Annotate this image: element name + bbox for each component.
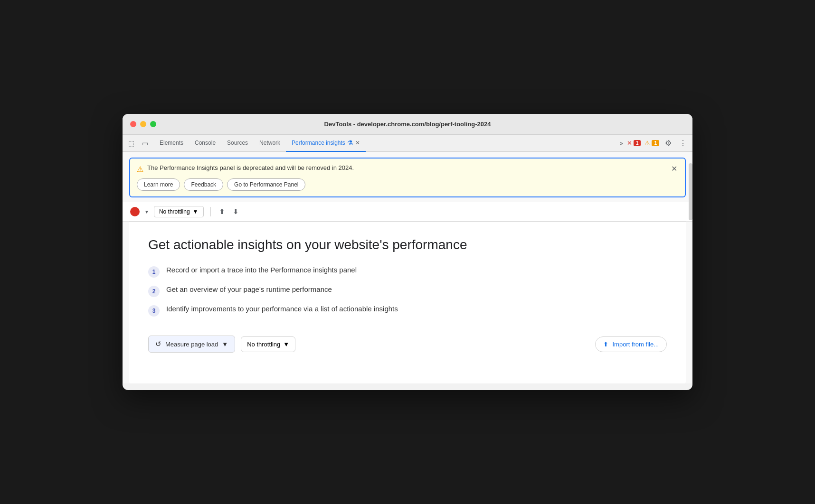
devtools-panel: ⬚ ▭ Elements Console Sources Network Per… xyxy=(123,135,692,383)
device-icon[interactable]: ▭ xyxy=(140,138,150,149)
tab-performance-insights[interactable]: Performance insights ⚗ ✕ xyxy=(286,135,366,152)
step-number-3: 3 xyxy=(148,305,160,317)
close-tab-icon[interactable]: ✕ xyxy=(355,140,360,146)
inspect-icon[interactable]: ⬚ xyxy=(126,138,136,149)
measure-page-load-button[interactable]: ↺ Measure page load ▼ xyxy=(148,336,235,353)
upload-icon: ⬆ xyxy=(603,341,608,348)
throttle-bottom-arrow-icon: ▼ xyxy=(283,341,289,348)
settings-icon[interactable]: ⚙ xyxy=(663,137,673,149)
tab-elements[interactable]: Elements xyxy=(154,135,189,152)
warning-count: 1 xyxy=(652,140,659,146)
main-content: Get actionable insights on your website'… xyxy=(129,222,686,383)
title-bar: DevTools - developer.chrome.com/blog/per… xyxy=(123,114,692,135)
export-icon[interactable]: ⬆ xyxy=(218,206,227,217)
warning-badge-group: ⚠ 1 xyxy=(644,140,659,147)
maximize-window-button[interactable] xyxy=(150,121,156,127)
refresh-icon: ↺ xyxy=(155,340,161,348)
window-title: DevTools - developer.chrome.com/blog/per… xyxy=(324,121,491,128)
deprecation-message: ⚠ The Performance Insights panel is depr… xyxy=(137,164,678,174)
measure-dropdown-arrow[interactable]: ▼ xyxy=(222,341,228,348)
list-item: 3 Identify improvements to your performa… xyxy=(148,305,667,317)
error-badge-group: ✕ 1 xyxy=(627,140,641,147)
tab-sources[interactable]: Sources xyxy=(221,135,254,152)
tab-bar: ⬚ ▭ Elements Console Sources Network Per… xyxy=(123,135,692,152)
warning-icon: ⚠ xyxy=(644,140,650,147)
tab-network[interactable]: Network xyxy=(254,135,286,152)
window-buttons xyxy=(130,121,156,127)
flask-icon: ⚗ xyxy=(347,139,353,147)
deprecation-banner-inner: ⚠ The Performance Insights panel is depr… xyxy=(137,164,678,191)
step-text-3: Identify improvements to your performanc… xyxy=(166,305,398,313)
error-count: 1 xyxy=(634,140,641,146)
learn-more-button[interactable]: Learn more xyxy=(137,178,180,191)
step-text-1: Record or import a trace into the Perfor… xyxy=(166,266,357,274)
insights-heading: Get actionable insights on your website'… xyxy=(148,237,667,252)
warning-triangle-icon: ⚠ xyxy=(137,165,143,174)
steps-list: 1 Record or import a trace into the Perf… xyxy=(148,266,667,317)
throttle-arrow-icon: ▼ xyxy=(193,208,199,215)
record-button[interactable] xyxy=(130,207,140,216)
performance-toolbar: ▼ No throttling ▼ ⬆ ⬇ xyxy=(123,202,692,222)
error-icon: ✕ xyxy=(627,140,632,147)
step-number-2: 2 xyxy=(148,286,160,297)
import-icon[interactable]: ⬇ xyxy=(231,206,240,217)
deprecation-text: The Performance Insights panel is deprec… xyxy=(147,164,354,171)
step-text-2: Get an overview of your page's runtime p… xyxy=(166,285,332,293)
tab-console[interactable]: Console xyxy=(189,135,221,152)
toolbar-separator xyxy=(210,207,211,216)
list-item: 2 Get an overview of your page's runtime… xyxy=(148,285,667,297)
deprecation-buttons: Learn more Feedback Go to Performance Pa… xyxy=(137,178,678,191)
throttle-select-bottom[interactable]: No throttling ▼ xyxy=(241,336,295,352)
minimize-window-button[interactable] xyxy=(140,121,146,127)
tab-right-actions: » ✕ 1 ⚠ 1 ⚙ ⋮ xyxy=(620,137,689,149)
step-number-1: 1 xyxy=(148,266,160,278)
devtools-icons: ⬚ ▭ xyxy=(126,138,150,149)
more-options-icon[interactable]: ⋮ xyxy=(677,137,689,149)
close-window-button[interactable] xyxy=(130,121,136,127)
go-to-panel-button[interactable]: Go to Performance Panel xyxy=(227,178,305,191)
close-banner-button[interactable]: ✕ xyxy=(668,163,680,174)
scrollbar[interactable] xyxy=(689,163,692,220)
list-item: 1 Record or import a trace into the Perf… xyxy=(148,266,667,278)
deprecation-banner: ⚠ The Performance Insights panel is depr… xyxy=(129,158,686,197)
import-from-file-button[interactable]: ⬆ Import from file... xyxy=(595,336,667,352)
throttle-select-top[interactable]: No throttling ▼ xyxy=(154,206,204,217)
record-dropdown-arrow[interactable]: ▼ xyxy=(144,209,149,215)
bottom-toolbar: ↺ Measure page load ▼ No throttling ▼ ⬆ … xyxy=(148,336,667,353)
more-tabs-button[interactable]: » xyxy=(620,140,623,147)
feedback-button[interactable]: Feedback xyxy=(184,178,223,191)
